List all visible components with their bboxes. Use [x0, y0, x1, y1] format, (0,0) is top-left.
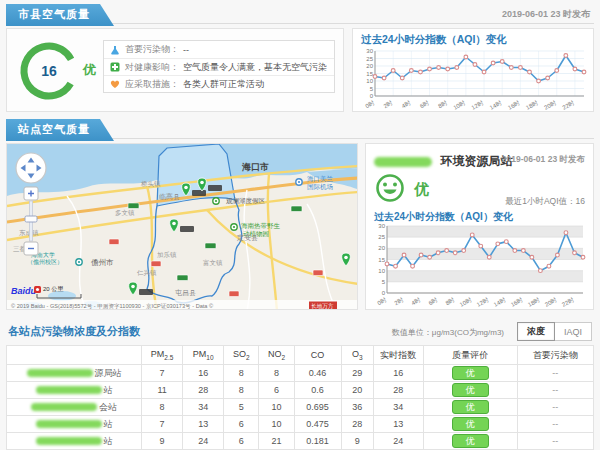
map-scale-label: 20 公里: [43, 286, 64, 292]
table-row: 会站8345100.6953634优--: [7, 399, 594, 416]
svg-text:25: 25: [378, 234, 385, 240]
value-cell: 16: [183, 365, 224, 382]
value-cell: 29: [341, 365, 373, 382]
table-row: 站1128860.62028优--: [7, 382, 594, 399]
map-label: 多文镇: [115, 209, 135, 216]
aqi-gauge: 16: [17, 39, 81, 103]
svg-text:0: 0: [382, 290, 386, 296]
value-cell: 24: [373, 433, 423, 450]
station-publish-date: 2019-06-01 23 时发布: [502, 154, 585, 166]
map-panel: 海口市海口美兰国际机场观澜湖度假区海南热带野生动植物园桥头镇临高县多文镇三都镇东…: [6, 143, 358, 310]
svg-text:0: 0: [370, 93, 374, 99]
legend-label: 应采取措施：: [125, 78, 179, 91]
data-point: [518, 66, 522, 70]
map-label: 加乐镇: [157, 251, 177, 258]
value-cell: 34: [183, 399, 224, 416]
map-label: 儋州市: [91, 258, 114, 267]
aqi-value: 16: [41, 63, 57, 79]
grade-cell: 优: [423, 433, 517, 450]
column-header: PM2.5: [142, 346, 183, 365]
map-label: 定安县: [237, 234, 258, 242]
column-header: NO2: [259, 346, 294, 365]
svg-text:10时: 10时: [459, 297, 473, 308]
value-cell: 6: [224, 433, 259, 450]
zoom-slider-handle[interactable]: [25, 216, 37, 222]
recent-aqi-label: 最近1小时AQI值：: [505, 196, 575, 206]
svg-text:20: 20: [378, 245, 385, 251]
svg-text:14时: 14时: [493, 297, 507, 308]
data-point: [479, 244, 483, 248]
data-point: [530, 255, 534, 259]
map-pan-control[interactable]: [16, 153, 46, 183]
smiley-face-icon: [374, 172, 406, 204]
data-point: [564, 231, 568, 235]
health-icon: [110, 62, 120, 72]
data-point: [437, 66, 441, 70]
station-name-redacted: [36, 386, 102, 394]
data-point: [436, 251, 440, 255]
data-point: [538, 269, 542, 273]
data-point: [462, 249, 466, 253]
toggle-concentration[interactable]: 浓度: [517, 322, 555, 341]
data-point: [411, 264, 415, 268]
map-zoom-control[interactable]: [24, 187, 38, 255]
value-cell: 24: [183, 433, 224, 450]
map[interactable]: 海口市海口美兰国际机场观澜湖度假区海南热带野生动植物园桥头镇临高县多文镇三都镇东…: [7, 144, 358, 310]
data-point: [496, 242, 500, 246]
station-name-redacted: [36, 437, 102, 445]
station-name-redacted: [374, 157, 432, 167]
data-point: [537, 79, 541, 83]
data-point: [573, 67, 577, 71]
svg-text:6时: 6时: [428, 297, 439, 307]
map-label: 桥头镇: [140, 180, 161, 188]
map-label: 国际机场: [307, 183, 333, 191]
data-point: [582, 70, 586, 74]
value-cell: 10: [259, 399, 294, 416]
data-point: [521, 249, 525, 253]
value-cell: 36: [341, 399, 373, 416]
legend-row-pollutant: 首要污染物： --: [104, 41, 334, 58]
recent-aqi-value: 16: [576, 196, 585, 206]
data-point: [394, 264, 398, 268]
station-name-cell: 站: [7, 382, 142, 399]
data-point: [464, 55, 468, 59]
svg-text:15: 15: [366, 71, 373, 77]
svg-text:18时: 18时: [527, 297, 541, 308]
station-detail-panel: 环境资源局站 2019-06-01 23 时发布 优 最近1小时AQI值：16 …: [365, 143, 594, 310]
primary-pollutant-cell: --: [517, 382, 593, 399]
data-point: [487, 255, 491, 259]
city-aqi-panel: 16 优 首要污染物： -- 对健康影响： 空气质量令人满意，基本无空气污染: [6, 28, 344, 112]
data-point: [470, 233, 474, 237]
marker-tooltip-chip: [208, 185, 222, 191]
svg-text:12时: 12时: [476, 297, 490, 308]
map-label: 临高县: [159, 193, 180, 201]
svg-text:16时: 16时: [507, 100, 521, 111]
value-cell: 8: [224, 365, 259, 382]
data-point: [419, 70, 423, 74]
toggle-iaqi[interactable]: IAQI: [555, 322, 592, 341]
data-point: [446, 67, 450, 71]
map-attribution-brand: 长地万方: [311, 303, 334, 310]
value-cell: 6: [224, 416, 259, 433]
value-cell: 11: [142, 382, 183, 399]
station-name-suffix: 源局站: [95, 368, 122, 378]
city-chart-title: 过去24小时分指数（AQI）变化: [361, 33, 507, 47]
value-cell: 13: [373, 416, 423, 433]
unit-note: 数值单位：μg/m3(CO为mg/m3): [392, 327, 504, 338]
legend-row-health: 对健康影响： 空气质量令人满意，基本无空气污染: [104, 58, 334, 75]
svg-text:10: 10: [366, 78, 373, 84]
value-cell: 0.475: [294, 416, 341, 433]
data-point: [391, 69, 395, 73]
value-cell: 28: [373, 382, 423, 399]
data-point: [453, 251, 457, 255]
map-label: 东成镇: [19, 229, 39, 236]
station-name-suffix: 会站: [99, 402, 117, 412]
map-label: 仁兴镇: [137, 269, 157, 277]
baidu-logo[interactable]: Baidu: [11, 286, 37, 296]
grade-badge: 优: [452, 366, 489, 380]
svg-text:18时: 18时: [525, 100, 539, 111]
flask-icon: [110, 45, 120, 55]
value-cell: 0.181: [294, 433, 341, 450]
tab-station-air-quality: 站点空气质量: [6, 119, 114, 141]
grade-cell: 优: [423, 382, 517, 399]
